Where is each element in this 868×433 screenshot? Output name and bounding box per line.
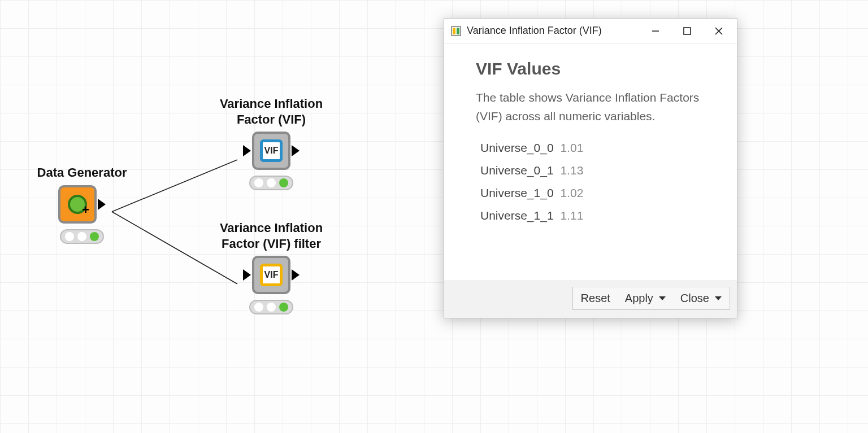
- vif-row: Universe_1_1 1.11: [476, 204, 714, 227]
- reset-button[interactable]: Reset: [581, 292, 610, 305]
- dialog-button-bar: Reset Apply Close: [572, 287, 730, 310]
- node-status-lights: [249, 300, 293, 314]
- close-button[interactable]: Close: [680, 292, 722, 305]
- input-port[interactable]: [243, 269, 251, 281]
- node-data-generator[interactable]: Data Generator: [20, 165, 144, 244]
- dialog-titlebar[interactable]: Variance Inflation Factor (VIF): [444, 19, 737, 43]
- window-close-button[interactable]: [703, 20, 735, 42]
- vif-variable-value: 1.02: [560, 186, 583, 199]
- output-port[interactable]: [292, 269, 300, 281]
- vif-variable-name: Universe_1_1: [480, 209, 554, 222]
- vif-variable-name: Universe_1_0: [480, 186, 554, 199]
- node-icon-data-generator[interactable]: [58, 185, 97, 224]
- vif-variable-name: Universe_0_0: [480, 141, 554, 154]
- chevron-down-icon: [659, 296, 666, 300]
- vif-variable-name: Universe_0_1: [480, 164, 554, 177]
- svg-rect-6: [684, 28, 691, 34]
- window-maximize-button[interactable]: [671, 20, 703, 42]
- vif-variable-value: 1.01: [560, 141, 583, 154]
- chevron-down-icon: [715, 296, 722, 300]
- node-icon-vif-filter[interactable]: VIF: [252, 256, 290, 294]
- dialog-description: The table shows Variance Inflation Facto…: [476, 89, 714, 125]
- dialog-footer: Reset Apply Close: [444, 281, 737, 318]
- node-label: Variance Inflation Factor (VIF): [209, 96, 333, 127]
- vif-variable-value: 1.11: [560, 209, 583, 222]
- svg-rect-3: [453, 28, 455, 34]
- node-icon-vif[interactable]: VIF: [252, 132, 290, 170]
- input-port[interactable]: [243, 145, 251, 156]
- vif-chip-icon: VIF: [260, 139, 283, 162]
- output-port[interactable]: [98, 199, 106, 210]
- dialog-body: VIF Values The table shows Variance Infl…: [444, 43, 737, 281]
- node-status-lights: [60, 229, 104, 244]
- vif-row: Universe_1_0 1.02: [476, 182, 714, 204]
- vif-variable-value: 1.13: [560, 164, 583, 177]
- apply-button[interactable]: Apply: [625, 292, 666, 305]
- generator-icon: [68, 195, 87, 214]
- workflow-canvas[interactable]: Data Generator Variance Inflation Factor…: [0, 0, 868, 433]
- dialog-title: Variance Inflation Factor (VIF): [467, 25, 602, 37]
- window-minimize-button[interactable]: [640, 20, 671, 42]
- node-label: Data Generator: [20, 165, 144, 181]
- node-status-lights: [249, 176, 293, 190]
- app-icon: [451, 26, 461, 36]
- dialog-heading: VIF Values: [476, 59, 714, 78]
- output-port[interactable]: [292, 145, 300, 156]
- node-vif-filter[interactable]: Variance Inflation Factor (VIF) filter V…: [209, 220, 333, 314]
- node-label: Variance Inflation Factor (VIF) filter: [209, 220, 333, 251]
- vif-dialog-window[interactable]: Variance Inflation Factor (VIF) VIF Valu…: [444, 18, 737, 318]
- vif-chip-icon: VIF: [260, 264, 283, 286]
- node-vif[interactable]: Variance Inflation Factor (VIF) VIF: [209, 96, 333, 190]
- svg-rect-4: [457, 28, 459, 34]
- vif-row: Universe_0_1 1.13: [476, 159, 714, 182]
- vif-row: Universe_0_0 1.01: [476, 137, 714, 159]
